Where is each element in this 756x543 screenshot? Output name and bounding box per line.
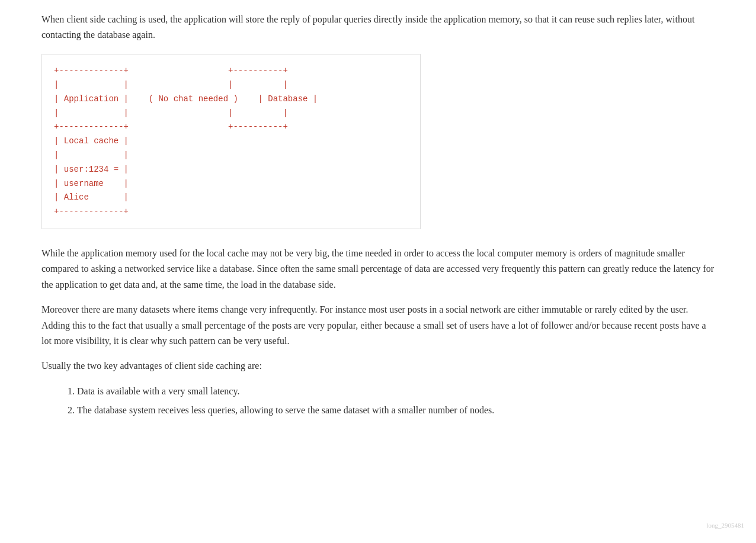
intro-paragraph: When client side caching is used, the ap…: [41, 12, 715, 42]
diagram-content: +-------------+ +----------+ | | | | | A…: [54, 64, 408, 219]
diagram-container: +-------------+ +----------+ | | | | | A…: [41, 54, 421, 229]
paragraph-datasets: Moreover there are many datasets where i…: [41, 302, 715, 349]
list-item-1: Data is available with a very small late…: [77, 384, 715, 399]
advantages-list-section: Data is available with a very small late…: [41, 384, 715, 419]
paragraph-advantages-intro: Usually the two key advantages of client…: [41, 358, 715, 374]
paragraph-local-cache: While the application memory used for th…: [41, 246, 715, 293]
advantages-list: Data is available with a very small late…: [41, 384, 715, 419]
list-item-2: The database system receives less querie…: [77, 403, 715, 418]
